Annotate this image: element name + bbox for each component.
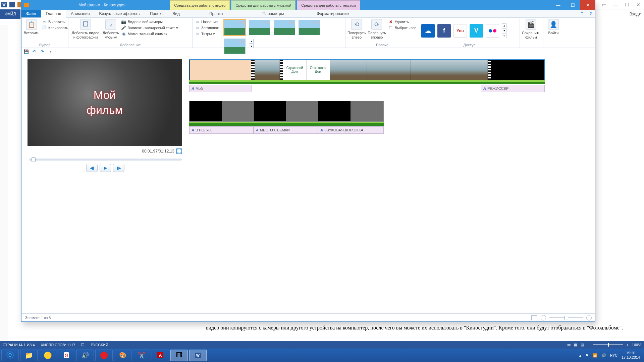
ribbon-help-icon[interactable]: ?	[586, 10, 595, 17]
mm-titlebar[interactable]: Мой фильм - Киностудия Средства для рабо…	[21, 0, 595, 10]
prev-frame-button[interactable]: ◂▮	[86, 164, 98, 172]
voiceover-button[interactable]: 🎤Записать закадровый текст ▾	[121, 25, 178, 31]
context-tab-text[interactable]: Средства для работы с текстом	[297, 0, 360, 10]
qat-redo-icon[interactable]: ↷	[40, 49, 45, 54]
fullscreen-icon[interactable]: ⛶	[176, 148, 182, 154]
timeline-clip[interactable]	[255, 60, 280, 80]
snapshot-button[interactable]: ◉Моментальный снимок	[121, 31, 178, 37]
taskbar-moviemaker[interactable]: 🎞	[170, 350, 188, 361]
tray-expand-icon[interactable]: ▴	[579, 353, 581, 358]
tab-file[interactable]: Файл	[21, 10, 41, 17]
timeline-clip[interactable]	[190, 60, 208, 80]
title-button[interactable]: ▭Название	[195, 19, 219, 24]
timeline-clip[interactable]	[208, 60, 251, 80]
tray-network-icon[interactable]: 📶	[593, 353, 597, 358]
signin-button[interactable]: 👤Войти	[545, 19, 561, 35]
audio-track[interactable]	[189, 80, 545, 84]
caption-item[interactable]: AВ РОЛЯХ	[189, 126, 254, 134]
word-login[interactable]: Вход ▾	[626, 9, 644, 19]
share-gallery-down[interactable]: ▾	[502, 28, 506, 33]
timeline-clip[interactable]	[222, 101, 254, 121]
facebook-icon[interactable]: f	[437, 24, 451, 38]
theme-thumb-2[interactable]	[249, 20, 270, 35]
timeline-clip[interactable]	[351, 101, 383, 121]
timeline-clip[interactable]	[318, 101, 351, 121]
tab-home[interactable]: Главная	[41, 10, 66, 18]
print-layout-icon[interactable]: ▦	[574, 343, 577, 347]
next-frame-button[interactable]: ▮▸	[113, 164, 124, 172]
tab-project[interactable]: Проект	[145, 10, 168, 17]
status-lang[interactable]: РУССКИЙ	[91, 343, 108, 347]
theme-thumb-4[interactable]	[299, 20, 320, 35]
zoom-level[interactable]: 100%	[632, 343, 641, 347]
caption-item[interactable]: AЗВУКОВАЯ ДОРОЖКА	[318, 126, 384, 134]
caption-item[interactable]: AРЕЖИССЕР	[481, 85, 545, 92]
timeline-clip[interactable]	[518, 60, 544, 80]
taskbar-chrome[interactable]: 🟡	[39, 350, 56, 361]
qat-undo-icon[interactable]: ↶	[32, 49, 37, 54]
taskbar-paint[interactable]: 🎨	[114, 350, 131, 361]
save-movie-button[interactable]: 🎬Сохранить фильм	[522, 19, 540, 39]
status-page[interactable]: СТРАНИЦА 1 ИЗ 4	[3, 343, 35, 347]
add-music-button[interactable]: ♪ Добавить музыку	[103, 19, 119, 39]
status-words[interactable]: ЧИСЛО СЛОВ: 1117	[41, 343, 75, 347]
mm-minimize-button[interactable]: ―	[551, 0, 566, 10]
taskbar-word[interactable]: W	[189, 350, 207, 361]
caption-item[interactable]: AМЕСТО СЪЕМКИ	[254, 126, 318, 134]
maximize-icon[interactable]: ☐	[623, 1, 631, 8]
tray-clock[interactable]: 15:2017.10.2014	[622, 351, 640, 360]
timeline-clip[interactable]	[190, 101, 222, 121]
timeline-clip[interactable]: СтраховойДом	[283, 60, 307, 80]
play-button[interactable]: ▶	[100, 164, 111, 172]
ribbon-collapse-icon[interactable]: ˄	[578, 10, 586, 17]
web-layout-icon[interactable]: ▤	[581, 343, 584, 347]
taskbar-sound[interactable]: 🔊	[76, 350, 94, 361]
zoom-out-button[interactable]: −	[541, 315, 546, 320]
tab-edit[interactable]: Правка	[205, 10, 228, 17]
youtube-icon[interactable]: You	[453, 24, 467, 38]
timeline-clip[interactable]: СтраховойДом	[307, 60, 330, 80]
zoom-slider[interactable]	[549, 317, 583, 318]
context-tab-video[interactable]: Средства для работы с видео	[170, 0, 230, 10]
rotate-right-button[interactable]: ⟳Повернуть вправо	[368, 19, 386, 39]
delete-button[interactable]: ✖Удалить	[388, 19, 417, 24]
tab-visual-effects[interactable]: Визуальные эффекты	[95, 10, 145, 17]
paste-button[interactable]: 📋 Вставить	[23, 19, 40, 35]
context-tab-music[interactable]: Средства для работы с музыкой	[231, 0, 296, 10]
zoom-in-button[interactable]: +	[586, 315, 592, 320]
select-all-button[interactable]: ☐Выбрать все	[388, 25, 417, 31]
qat-customize-icon[interactable]: ▾	[48, 49, 53, 54]
theme-thumb-3[interactable]	[274, 20, 295, 35]
add-video-button[interactable]: 🎞 Добавить видео и фотографии	[70, 19, 101, 39]
taskbar-snip[interactable]: ✂️	[133, 350, 150, 361]
tray-flag-icon[interactable]: ⚑	[585, 353, 589, 358]
theme-thumb-5[interactable]	[224, 39, 246, 54]
video-preview[interactable]: Мойфильм	[28, 59, 182, 146]
timeline-pane[interactable]: СтраховойДом СтраховойДом AМой AРЕЖИССЕР	[189, 55, 595, 313]
tab-options[interactable]: Параметры	[258, 10, 289, 17]
taskbar-opera[interactable]	[95, 350, 113, 361]
vimeo-icon[interactable]: V	[470, 24, 483, 38]
flickr-icon[interactable]	[486, 24, 499, 38]
zoom-slider[interactable]	[593, 344, 623, 345]
timeline-clip[interactable]	[411, 60, 454, 80]
mm-maximize-button[interactable]: ☐	[566, 0, 580, 10]
window-restore-icon[interactable]: ▭	[600, 1, 608, 8]
tab-view[interactable]: Вид	[168, 10, 184, 17]
qat-save-icon[interactable]: 💾	[23, 49, 29, 54]
zoom-out-button[interactable]: −	[587, 343, 589, 347]
taskbar-ie[interactable]: ⓔ	[1, 350, 19, 361]
view-thumbnails-icon[interactable]	[531, 315, 537, 320]
timeline-clip[interactable]	[254, 101, 286, 121]
tray-volume-icon[interactable]: 🔊	[601, 353, 606, 358]
slider-thumb[interactable]	[32, 157, 36, 162]
read-mode-icon[interactable]: ▭	[567, 343, 571, 347]
taskbar-yandex[interactable]: Я	[58, 350, 75, 361]
zoom-in-button[interactable]: +	[626, 343, 628, 347]
close-icon[interactable]: ✕	[634, 1, 643, 8]
skydrive-icon[interactable]: ☁	[421, 24, 435, 38]
theme-gallery-up[interactable]: ▴	[249, 39, 254, 44]
taskbar-reader[interactable]: A	[152, 350, 169, 361]
mm-close-button[interactable]: ✕	[580, 0, 595, 10]
timeline-clip[interactable]	[330, 60, 367, 80]
